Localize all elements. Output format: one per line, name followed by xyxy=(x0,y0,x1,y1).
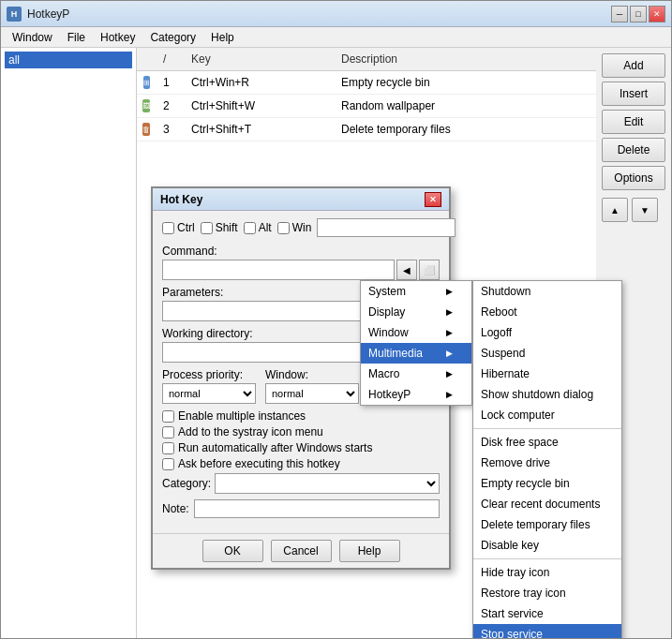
edit-button[interactable]: Edit xyxy=(602,110,665,134)
multi-instance-label: Enable multiple instances xyxy=(178,409,306,423)
row-num-3: 3 xyxy=(156,121,184,138)
menu-help[interactable]: Help xyxy=(203,29,242,46)
shift-checkbox[interactable] xyxy=(201,222,213,234)
command-browse-button2[interactable]: ⬜ xyxy=(419,260,440,280)
systray-checkbox[interactable] xyxy=(162,426,174,438)
alt-checkbox-label[interactable]: Alt xyxy=(244,221,272,234)
window-select[interactable]: normal xyxy=(265,383,359,404)
insert-button[interactable]: Insert xyxy=(602,82,665,106)
help-button[interactable]: Help xyxy=(339,540,400,562)
order-buttons: ▲ ▼ xyxy=(602,198,665,222)
table-row[interactable]: ⊞ 1 Ctrl+Win+R Empty recycle bin xyxy=(137,71,596,95)
move-up-button[interactable]: ▲ xyxy=(602,198,628,222)
ctrl-checkbox[interactable] xyxy=(162,222,174,234)
askbefore-checkbox[interactable] xyxy=(162,458,174,470)
workingdir-label: Working directory: xyxy=(162,327,440,340)
command-label: Command: xyxy=(162,245,440,258)
minimize-button[interactable]: ─ xyxy=(611,6,628,22)
command-browse-button1[interactable]: ◀ xyxy=(396,260,417,280)
autostart-field: Run automatically after Windows starts xyxy=(162,441,440,454)
col-check xyxy=(137,51,156,67)
col-num: / xyxy=(156,51,184,67)
row-icon-2: 🖼 xyxy=(137,97,156,114)
maximize-button[interactable]: □ xyxy=(630,6,647,22)
win-checkbox[interactable] xyxy=(277,222,290,234)
category-select[interactable] xyxy=(215,473,440,494)
add-button[interactable]: Add xyxy=(602,53,665,78)
parameters-label: Parameters: xyxy=(162,286,440,299)
menu-bar: Window File Hotkey Category Help xyxy=(1,27,671,48)
window-label: Window: xyxy=(265,368,359,381)
dialog-close-button[interactable]: ✕ xyxy=(425,192,441,207)
menu-file[interactable]: File xyxy=(60,29,93,46)
priority-group: Process priority: normal xyxy=(162,368,256,404)
command-input[interactable] xyxy=(162,260,395,280)
multi-instance-field: Enable multiple instances xyxy=(162,409,440,423)
priority-select[interactable]: normal xyxy=(162,383,256,404)
hotkey-key-input[interactable] xyxy=(317,218,455,237)
main-window: H HotkeyP ─ □ ✕ Window File Hotkey Categ… xyxy=(0,0,672,639)
priority-window-row: Process priority: normal Window: normal xyxy=(162,368,440,404)
note-row: Note: xyxy=(162,499,440,518)
cancel-button[interactable]: Cancel xyxy=(271,540,332,562)
col-key: Key xyxy=(184,51,334,67)
table-header: / Key Description xyxy=(137,48,596,71)
row-key-2: Ctrl+Shift+W xyxy=(184,97,334,114)
note-input[interactable] xyxy=(194,499,440,518)
menu-window[interactable]: Window xyxy=(5,29,60,46)
askbefore-label: Ask before executing this hotkey xyxy=(178,457,340,470)
note-label: Note: xyxy=(162,502,190,515)
autostart-label: Run automatically after Windows starts xyxy=(178,441,372,454)
ctrl-checkbox-label[interactable]: Ctrl xyxy=(162,221,195,234)
row-icon-1: ⊞ xyxy=(137,74,156,91)
col-desc: Description xyxy=(334,51,596,67)
multi-instance-checkbox[interactable] xyxy=(162,410,174,423)
systray-field: Add to the systray icon menu xyxy=(162,425,440,438)
alt-checkbox[interactable] xyxy=(244,222,256,234)
shift-checkbox-label[interactable]: Shift xyxy=(201,221,238,234)
dialog-footer: OK Cancel Help xyxy=(153,533,449,568)
title-bar: H HotkeyP ─ □ ✕ xyxy=(1,1,671,27)
sidebar-item-all[interactable]: all xyxy=(5,52,132,68)
table-row[interactable]: 🖼 2 Ctrl+Shift+W Random wallpaper xyxy=(137,95,596,118)
priority-label: Process priority: xyxy=(162,368,256,381)
window-title: HotkeyP xyxy=(27,7,611,21)
row-desc-2: Random wallpaper xyxy=(334,97,596,114)
parameters-input[interactable] xyxy=(162,301,440,321)
row-key-1: Ctrl+Win+R xyxy=(184,74,334,91)
autostart-checkbox[interactable] xyxy=(162,442,174,454)
app-icon: H xyxy=(7,7,22,22)
command-field-row: Command: ◀ ⬜ xyxy=(162,245,440,280)
close-button[interactable]: ✕ xyxy=(649,6,665,22)
command-input-group: ◀ ⬜ xyxy=(162,260,440,280)
options-button[interactable]: Options xyxy=(602,166,665,190)
row-key-3: Ctrl+Shift+T xyxy=(184,121,334,138)
dialog-title-bar: Hot Key ✕ xyxy=(153,188,449,211)
row-num-1: 1 xyxy=(156,74,184,91)
askbefore-field: Ask before executing this hotkey xyxy=(162,457,440,470)
row-icon-3: 🗑 xyxy=(137,121,156,138)
title-bar-buttons: ─ □ ✕ xyxy=(611,6,665,22)
systray-label: Add to the systray icon menu xyxy=(178,425,323,438)
table-row[interactable]: 🗑 3 Ctrl+Shift+T Delete temporary files xyxy=(137,118,596,141)
workingdir-field-row: Working directory: xyxy=(162,327,440,363)
row-num-2: 2 xyxy=(156,97,184,114)
right-panel: Add Insert Edit Delete Options ▲ ▼ xyxy=(596,48,671,638)
move-down-button[interactable]: ▼ xyxy=(632,198,658,222)
parameters-field-row: Parameters: xyxy=(162,286,440,321)
category-row: Category: xyxy=(162,473,440,494)
row-desc-1: Empty recycle bin xyxy=(334,74,596,91)
hotkey-modifiers-row: Ctrl Shift Alt Win xyxy=(162,218,440,237)
dialog-title-text: Hot Key xyxy=(160,193,202,206)
menu-category[interactable]: Category xyxy=(142,29,203,46)
workingdir-input[interactable] xyxy=(162,342,440,363)
win-checkbox-label[interactable]: Win xyxy=(277,221,312,234)
delete-button[interactable]: Delete xyxy=(602,138,665,162)
window-group: Window: normal xyxy=(265,368,359,404)
dialog-body: Ctrl Shift Alt Win Command: ◀ ⬜ xyxy=(153,211,449,533)
row-desc-3: Delete temporary files xyxy=(334,121,596,138)
sidebar: all xyxy=(1,48,137,638)
category-label: Category: xyxy=(162,477,211,490)
ok-button[interactable]: OK xyxy=(202,540,263,562)
menu-hotkey[interactable]: Hotkey xyxy=(93,29,142,46)
